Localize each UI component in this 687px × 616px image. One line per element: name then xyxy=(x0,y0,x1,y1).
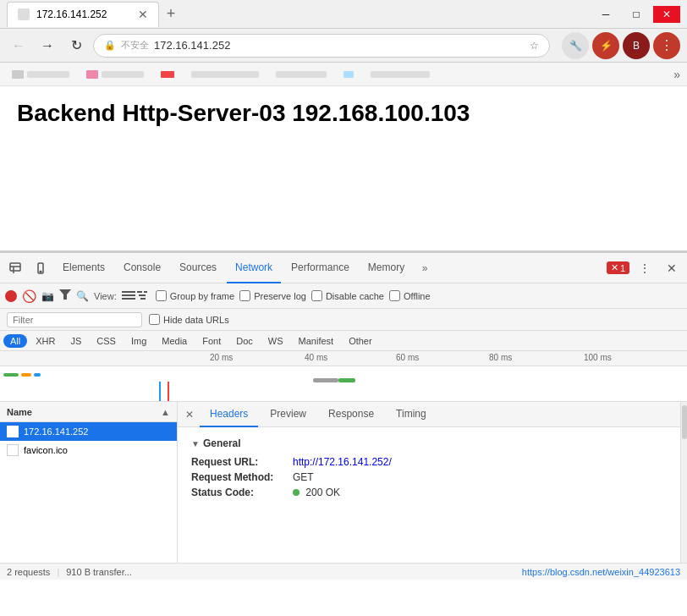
extension-button-2[interactable]: ⚡ xyxy=(592,32,619,59)
type-btn-all[interactable]: All xyxy=(3,334,27,348)
sort-icon: ▲ xyxy=(161,407,170,417)
type-btn-other[interactable]: Other xyxy=(342,334,379,348)
filter-input[interactable] xyxy=(7,312,142,327)
group-by-frame-checkbox[interactable] xyxy=(156,290,167,301)
file-name-0: 172.16.141.252 xyxy=(24,426,88,437)
detail-tab-headers[interactable]: Headers xyxy=(200,402,258,427)
menu-button[interactable]: ⋮ xyxy=(653,32,680,59)
type-btn-doc[interactable]: Doc xyxy=(229,334,260,348)
svg-point-4 xyxy=(40,271,41,272)
request-method-value: GET xyxy=(293,471,314,483)
clear-button[interactable]: 🚫 xyxy=(22,289,36,303)
preserve-log-checkbox[interactable] xyxy=(239,290,250,301)
svg-rect-11 xyxy=(139,294,146,296)
bookmark-text-7 xyxy=(371,71,430,78)
type-btn-img[interactable]: Img xyxy=(124,334,153,348)
detail-content: ▼ General Request URL: http://172.16.141… xyxy=(178,427,680,563)
general-section-header: ▼ General xyxy=(191,437,667,449)
back-button[interactable]: ← xyxy=(7,34,30,58)
tab-memory[interactable]: Memory xyxy=(360,253,413,283)
chevron-icon: ▼ xyxy=(191,439,200,448)
offline-checkbox[interactable] xyxy=(389,290,400,301)
bookmark-2[interactable] xyxy=(81,69,149,80)
svg-rect-7 xyxy=(122,294,135,296)
bookmark-3[interactable] xyxy=(156,69,179,80)
devtools-tabs-more[interactable]: » xyxy=(415,256,435,280)
error-count: 1 xyxy=(620,263,625,273)
tab-favicon xyxy=(18,8,30,20)
disable-cache-label[interactable]: Disable cache xyxy=(311,290,384,301)
tab-title: 172.16.141.252 xyxy=(36,8,107,20)
screenshot-button[interactable]: 📷 xyxy=(41,290,54,302)
detail-close-button[interactable]: ✕ xyxy=(181,406,198,423)
search-button[interactable]: 🔍 xyxy=(76,290,89,302)
refresh-button[interactable]: ↻ xyxy=(64,34,88,58)
type-btn-media[interactable]: Media xyxy=(155,334,194,348)
type-btn-xhr[interactable]: XHR xyxy=(29,334,62,348)
type-btn-js[interactable]: JS xyxy=(63,334,88,348)
star-icon[interactable]: ☆ xyxy=(530,40,539,52)
new-tab-button[interactable]: + xyxy=(159,3,183,26)
bookmark-icon-3 xyxy=(161,71,174,78)
devtools-status-bar: 2 requests | 910 B transfer... https://b… xyxy=(0,563,687,580)
waterfall-view-icon[interactable] xyxy=(137,290,151,302)
maximize-button[interactable]: □ xyxy=(623,6,650,23)
bookmark-6[interactable] xyxy=(338,69,359,80)
minimize-button[interactable]: ─ xyxy=(592,6,619,23)
type-btn-font[interactable]: Font xyxy=(195,334,228,348)
extension-button-1[interactable]: 🔧 xyxy=(562,32,589,59)
name-column-label: Name xyxy=(7,407,32,417)
page-content: Backend Http-Server-03 192.168.100.103 xyxy=(0,86,687,251)
tab-elements[interactable]: Elements xyxy=(54,253,113,283)
tab-performance[interactable]: Performance xyxy=(283,253,358,283)
bookmark-text-4 xyxy=(191,71,259,78)
group-by-frame-label[interactable]: Group by frame xyxy=(156,290,234,301)
file-item-0[interactable]: 172.16.141.252 xyxy=(0,422,177,441)
tab-network[interactable]: Network xyxy=(227,253,281,283)
type-btn-manifest[interactable]: Manifest xyxy=(292,334,341,348)
devtools-device-button[interactable] xyxy=(29,256,52,280)
forward-button[interactable]: → xyxy=(36,34,59,58)
bookmark-7[interactable] xyxy=(365,69,435,80)
detail-tab-preview[interactable]: Preview xyxy=(260,402,316,427)
detail-scrollbar[interactable] xyxy=(680,402,687,563)
preserve-log-label[interactable]: Preserve log xyxy=(239,290,306,301)
browser-tab[interactable]: 172.16.141.252 ✕ xyxy=(7,2,159,27)
devtools-inspect-button[interactable] xyxy=(3,256,27,280)
hide-data-urls-checkbox[interactable] xyxy=(149,314,160,325)
devtools-close-button[interactable]: ✕ xyxy=(660,256,684,280)
request-url-value: http://172.16.141.252/ xyxy=(293,456,392,468)
bookmark-text-1 xyxy=(27,71,69,78)
tab-sources[interactable]: Sources xyxy=(171,253,225,283)
bookmark-5[interactable] xyxy=(271,69,332,80)
svg-rect-12 xyxy=(140,298,146,300)
address-input[interactable]: 🔒 不安全 172.16.141.252 ☆ xyxy=(93,34,550,58)
tab-console[interactable]: Console xyxy=(115,253,169,283)
tab-close-button[interactable]: ✕ xyxy=(138,8,148,21)
devtools-more-button[interactable]: ⋮ xyxy=(633,256,657,280)
offline-label[interactable]: Offline xyxy=(389,290,431,301)
bookmark-1[interactable] xyxy=(7,69,74,80)
bookmark-4[interactable] xyxy=(186,69,264,80)
type-btn-ws[interactable]: WS xyxy=(261,334,290,348)
timeline: 20 ms 40 ms 60 ms 80 ms 100 ms xyxy=(0,351,687,402)
svg-marker-5 xyxy=(59,289,71,300)
detail-tab-timing[interactable]: Timing xyxy=(386,402,437,427)
hide-data-urls-label[interactable]: Hide data URLs xyxy=(149,314,229,325)
filter-bar: Hide data URLs xyxy=(0,309,687,331)
close-button[interactable]: ✕ xyxy=(653,6,680,23)
browser-actions: 🔧 ⚡ B ⋮ xyxy=(562,32,680,59)
detail-tab-response[interactable]: Response xyxy=(318,402,384,427)
bookmark-icon-2 xyxy=(86,70,98,79)
record-button[interactable] xyxy=(5,290,17,302)
extension-button-3[interactable]: B xyxy=(623,32,650,59)
filter-button[interactable] xyxy=(59,289,71,302)
disable-cache-checkbox[interactable] xyxy=(311,290,322,301)
bookmark-text-5 xyxy=(276,71,327,78)
file-item-1[interactable]: favicon.ico xyxy=(0,441,177,459)
list-view-icon[interactable] xyxy=(122,290,135,302)
bookmarks-more-button[interactable]: » xyxy=(673,68,680,81)
file-list: Name ▲ 172.16.141.252 favicon.ico xyxy=(0,402,178,563)
type-btn-css[interactable]: CSS xyxy=(90,334,123,348)
devtools-panel: Elements Console Sources Network Perform… xyxy=(0,251,687,580)
